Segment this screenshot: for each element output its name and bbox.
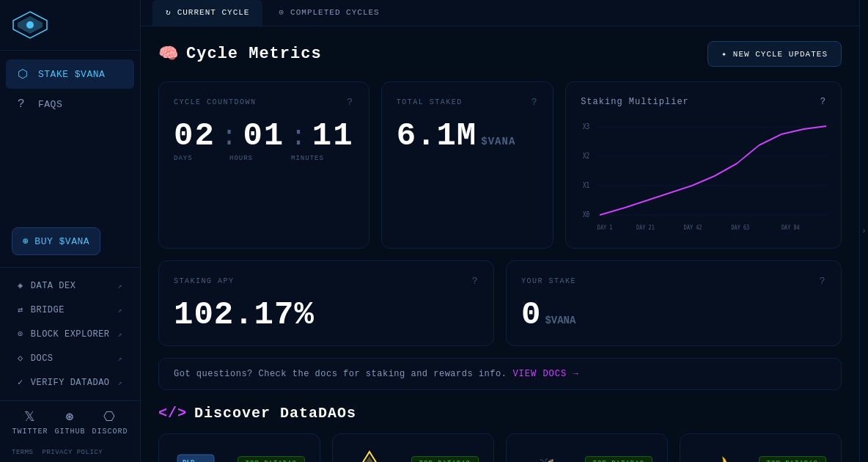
staked-number: 6.1M — [397, 120, 477, 152]
svg-text:X0: X0 — [583, 210, 589, 219]
minutes-label: MINUTES — [291, 155, 335, 162]
chart-title: Staking Multiplier ? — [581, 97, 826, 107]
discover-section: </> Discover DataDAOs DLP LABS TOP DATAD… — [158, 405, 842, 462]
stake-value: 0 $VANA — [521, 298, 826, 331]
discover-title: </> Discover DataDAOs — [158, 405, 842, 422]
faqs-icon: ? — [18, 98, 31, 111]
sidebar-nav: ⬡ Stake $VANA ? FAQs — [0, 51, 140, 221]
stake-help-icon[interactable]: ? — [820, 276, 826, 287]
total-staked-help-icon[interactable]: ? — [532, 97, 538, 108]
dao-card-2[interactable]: 🦋 TOP DATADAO — [506, 433, 668, 462]
external-link-icon-4: ↗ — [117, 354, 122, 363]
svg-point-2 — [26, 21, 34, 29]
staking-apy-card: STAKING APY ? 102.17% — [158, 260, 494, 346]
discord-label: DISCORD — [92, 428, 128, 436]
discover-icon: </> — [158, 405, 187, 422]
chart-svg: X3 X2 X1 X0 DAY 1 DAY 21 — [581, 116, 826, 233]
view-docs-link[interactable]: VIEW DOCS → — [512, 369, 578, 379]
apy-help-icon[interactable]: ? — [472, 276, 479, 287]
tab-bar: ↻ CURRENT CYCLE ⊙ COMPLETED CYCLES — [141, 0, 859, 26]
logo-area: DATAHUB — [0, 0, 140, 51]
new-cycle-label: NEW CYCLE UPDATES — [733, 50, 828, 59]
twitter-link[interactable]: 𝕏 TWITTER — [12, 408, 48, 436]
dao-card-0[interactable]: DLP LABS TOP DATADAO — [158, 433, 320, 462]
verify-icon: ✓ — [18, 377, 23, 388]
svg-text:DAY 21: DAY 21 — [636, 224, 655, 231]
new-cycle-updates-button[interactable]: ✦ NEW CYCLE UPDATES — [707, 41, 842, 67]
privacy-link[interactable]: PRIVACY POLICY — [43, 449, 103, 456]
completed-cycles-tab-icon: ⊙ — [279, 7, 284, 17]
svg-text:DAY 63: DAY 63 — [732, 224, 750, 231]
dao-card-1[interactable]: 🦅 TOP DATADAO — [332, 433, 494, 462]
metrics-grid: CYCLE COUNTDOWN ? 02 : 01 : 11 DAYS HOUR… — [158, 81, 842, 249]
data-dex-icon: ◈ — [18, 280, 23, 291]
terms-link[interactable]: TERMS — [12, 449, 34, 456]
top-badge-2: TOP DATADAO — [585, 456, 652, 462]
data-dex-label: Data Dex — [31, 281, 76, 291]
countdown-minutes: 11 — [312, 120, 354, 152]
sidebar-item-docs[interactable]: ◇ Docs ↗ — [6, 346, 134, 370]
social-links: 𝕏 TWITTER ⊛ GITHUB ⎔ DISCORD — [0, 400, 140, 443]
discord-link[interactable]: ⎔ DISCORD — [92, 408, 128, 436]
countdown-display: 02 : 01 : 11 — [174, 120, 354, 152]
stake-unit: $VANA — [545, 315, 575, 326]
sidebar-item-faqs-label: FAQs — [38, 99, 62, 110]
external-link-icon-2: ↗ — [117, 306, 122, 315]
page-title-text: Cycle Metrics — [186, 45, 322, 63]
right-edge: › — [859, 0, 868, 462]
footer-links: TERMS PRIVACY POLICY — [0, 443, 140, 462]
bridge-icon: ⇄ — [18, 304, 23, 315]
github-label: GITHUB — [54, 428, 85, 436]
sidebar-item-stake-label: Stake $VANA — [38, 69, 105, 80]
twitter-icon: 𝕏 — [24, 408, 36, 425]
total-staked-label: TOTAL STAKED ? — [397, 97, 539, 108]
docs-label: Docs — [31, 353, 54, 364]
current-cycle-tab-icon: ↻ — [166, 7, 172, 17]
total-staked-card: TOTAL STAKED ? 6.1M $VANA — [381, 81, 554, 249]
dao-logo-3: 🌙 — [695, 449, 739, 462]
sidebar-item-verify-datadao[interactable]: ✓ Verify DataDAO ↗ — [6, 370, 134, 395]
github-link[interactable]: ⊛ GITHUB — [54, 408, 85, 436]
cycle-countdown-card: CYCLE COUNTDOWN ? 02 : 01 : 11 DAYS HOUR… — [158, 81, 369, 249]
sidebar-item-stake[interactable]: ⬡ Stake $VANA — [6, 59, 134, 89]
buy-vana-button[interactable]: ⊛ BUY $VANA — [12, 227, 100, 255]
countdown-sep-2: : — [290, 125, 306, 151]
verify-label: Verify DataDAO — [31, 378, 110, 388]
countdown-days: 02 — [174, 120, 216, 152]
days-label: DAYS — [174, 155, 212, 162]
sidebar-item-block-explorer[interactable]: ⊙ Block Explorer ↗ — [6, 322, 134, 346]
github-icon: ⊛ — [66, 408, 75, 425]
cycle-countdown-label: CYCLE COUNTDOWN ? — [174, 97, 354, 108]
top-badge-0: TOP DATADAO — [238, 456, 305, 462]
external-links: ◈ Data Dex ↗ ⇄ Bridge ↗ ⊙ Block Explorer… — [0, 267, 140, 400]
your-stake-label: YOUR STAKE ? — [521, 276, 826, 287]
completed-cycles-tab-label: COMPLETED CYCLES — [290, 8, 380, 17]
tab-completed-cycles[interactable]: ⊙ COMPLETED CYCLES — [265, 0, 392, 26]
hours-label: HOURS — [229, 155, 273, 162]
docs-icon: ◇ — [18, 353, 23, 364]
buy-label: BUY $VANA — [34, 236, 89, 247]
svg-text:X3: X3 — [583, 122, 589, 131]
staking-apy-label: STAKING APY ? — [174, 276, 479, 287]
info-text: Got questions? Check the docs for stakin… — [174, 369, 507, 379]
svg-text:X2: X2 — [583, 152, 589, 160]
svg-text:🌙: 🌙 — [708, 455, 729, 462]
sidebar-item-faqs[interactable]: ? FAQs — [6, 90, 134, 118]
svg-text:X1: X1 — [583, 181, 589, 189]
tab-current-cycle[interactable]: ↻ CURRENT CYCLE — [152, 0, 262, 26]
countdown-help-icon[interactable]: ? — [347, 97, 353, 108]
external-link-icon: ↗ — [117, 282, 122, 290]
svg-text:DAY 84: DAY 84 — [781, 224, 800, 231]
current-cycle-tab-label: CURRENT CYCLE — [177, 8, 250, 17]
sidebar-item-bridge[interactable]: ⇄ Bridge ↗ — [6, 298, 134, 322]
content-area: 🧠 Cycle Metrics ✦ NEW CYCLE UPDATES CYCL… — [141, 26, 859, 462]
total-staked-value: 6.1M $VANA — [397, 120, 539, 152]
right-edge-arrow: › — [861, 227, 866, 235]
sidebar-item-data-dex[interactable]: ◈ Data Dex ↗ — [6, 274, 134, 298]
chart-help-icon[interactable]: ? — [820, 97, 826, 107]
bridge-label: Bridge — [31, 305, 65, 315]
countdown-sep-1: : — [221, 125, 238, 151]
your-stake-card: YOUR STAKE ? 0 $VANA — [506, 260, 842, 346]
dao-card-3[interactable]: 🌙 TOP DATADAO — [680, 433, 842, 462]
buy-btn-area: ⊛ BUY $VANA — [0, 221, 140, 267]
